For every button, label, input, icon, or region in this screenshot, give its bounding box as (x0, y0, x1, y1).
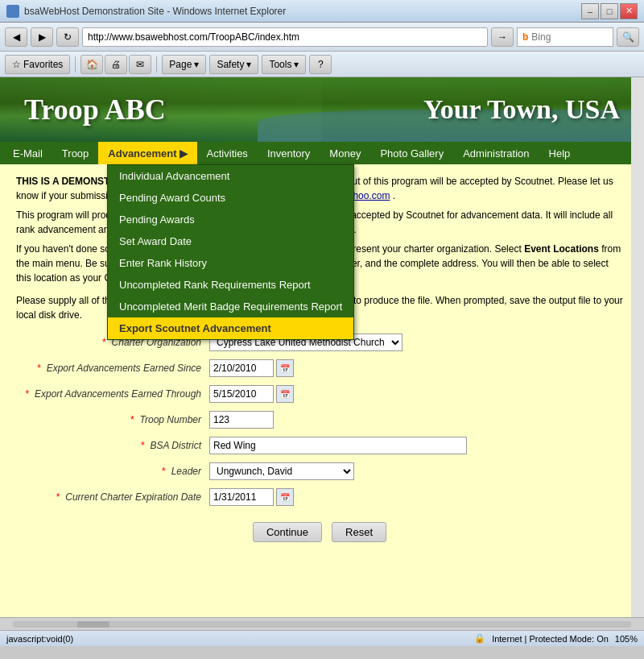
earned-through-label: * Export Advancements Earned Through (16, 388, 209, 400)
required-star-7: * (56, 491, 60, 503)
horizontal-scrollbar[interactable] (0, 617, 644, 630)
back-button[interactable]: ◀ (5, 27, 27, 47)
expiration-date-row: * Current Charter Expiration Date 📅 (16, 488, 623, 506)
dropdown-uncompleted-rank[interactable]: Uncompleted Rank Requirements Report (108, 274, 353, 296)
nav-bar: E-Mail Troop Advancement ▶ Activities In… (0, 142, 644, 164)
address-input[interactable] (82, 27, 488, 47)
nav-administration[interactable]: Administration (453, 142, 539, 164)
banner: Troop ABC Your Town, USA (0, 77, 644, 142)
earned-since-label: * Export Advancements Earned Since (16, 363, 209, 374)
status-right: 🔒 Internet | Protected Mode: On 105% (474, 633, 638, 644)
event-locations-link[interactable]: Event Locations (524, 243, 599, 255)
nav-email[interactable]: E-Mail (3, 142, 52, 164)
expiration-calendar-button[interactable]: 📅 (276, 488, 294, 506)
bsa-district-input[interactable] (209, 437, 467, 454)
required-star-4: * (130, 414, 134, 425)
continue-button[interactable]: Continue (253, 522, 322, 542)
dropdown-uncompleted-merit-badge[interactable]: Uncompleted Merit Badge Requirements Rep… (108, 296, 353, 317)
page-menu-button[interactable]: Page ▾ (162, 55, 206, 74)
dropdown-pending-award-counts[interactable]: Pending Award Counts (108, 187, 353, 209)
dropdown-enter-rank-history[interactable]: Enter Rank History (108, 252, 353, 274)
home-button[interactable]: 🏠 (80, 55, 103, 74)
print-button[interactable]: 🖨 (105, 55, 127, 74)
bing-logo: b (522, 31, 528, 43)
browser-toolbar: ☆ Favorites 🏠 🖨 ✉ Page ▾ Safety ▾ Tools … (0, 52, 644, 77)
troop-number-row: * Troop Number (16, 411, 623, 429)
status-url: javascript:void(0) (6, 634, 73, 644)
leader-select[interactable]: Ungwunch, David (209, 462, 354, 480)
nav-help[interactable]: Help (539, 142, 580, 164)
safety-menu-button[interactable]: Safety ▾ (209, 55, 258, 74)
go-button[interactable]: → (491, 27, 514, 47)
troop-number-label: * Troop Number (16, 414, 209, 425)
address-bar: ◀ ▶ ↻ → b 🔍 (0, 23, 644, 52)
earned-since-calendar-button[interactable]: 📅 (276, 359, 294, 377)
favorites-button[interactable]: ☆ Favorites (5, 55, 70, 74)
dropdown-menu: Individual Advancement Pending Award Cou… (107, 164, 354, 340)
nav-troop[interactable]: Troop (52, 142, 98, 164)
required-star-5: * (140, 440, 144, 451)
dropdown-export-scoutnet[interactable]: Export Scoutnet Advancement (108, 317, 353, 339)
nav-photo-gallery[interactable]: Photo Gallery (370, 142, 453, 164)
toolbar-separator-2 (156, 56, 157, 73)
search-input[interactable] (531, 31, 596, 43)
advancement-dropdown: Individual Advancement Pending Award Cou… (107, 164, 354, 340)
vertical-scrollbar[interactable] (631, 77, 644, 630)
nav-money[interactable]: Money (320, 142, 370, 164)
protected-mode-text: Internet | Protected Mode: On (492, 634, 609, 644)
refresh-button[interactable]: ↻ (56, 27, 79, 47)
toolbar-separator-1 (75, 56, 76, 73)
reset-button[interactable]: Reset (332, 522, 386, 542)
troop-number-input[interactable] (209, 411, 274, 429)
forward-button[interactable]: ▶ (31, 27, 53, 47)
bsa-district-label: * BSA District (16, 440, 209, 451)
window-title: bsaWebHost Demonstration Site - Windows … (24, 6, 286, 17)
h-scrollbar-thumb[interactable] (77, 621, 109, 628)
nav-activities[interactable]: Activities (197, 142, 258, 164)
search-button[interactable]: 🔍 (617, 27, 639, 47)
nav-inventory[interactable]: Inventory (258, 142, 320, 164)
earned-since-input[interactable] (209, 359, 274, 377)
status-bar: javascript:void(0) 🔒 Internet | Protecte… (0, 630, 644, 646)
expiration-date-input[interactable] (209, 488, 274, 506)
zoom-level: 105% (615, 634, 638, 644)
protected-mode-icon: 🔒 (474, 633, 485, 644)
banner-town-title: Your Town, USA (423, 94, 620, 125)
notice-suffix: . (393, 190, 395, 201)
mail-button[interactable]: ✉ (129, 55, 151, 74)
dropdown-pending-awards[interactable]: Pending Awards (108, 209, 353, 230)
tools-menu-button[interactable]: Tools ▾ (262, 55, 306, 74)
bsa-district-row: * BSA District (16, 437, 623, 454)
dropdown-set-award-date[interactable]: Set Award Date (108, 230, 353, 252)
earned-through-row: * Export Advancements Earned Through 📅 (16, 385, 623, 403)
dropdown-individual-advancement[interactable]: Individual Advancement (108, 165, 353, 187)
nav-advancement[interactable]: Advancement ▶ (98, 142, 196, 164)
title-bar: bsaWebHost Demonstration Site - Windows … (0, 0, 644, 23)
search-box: b (517, 27, 613, 47)
help-button[interactable]: ? (309, 55, 332, 74)
form-buttons: Continue Reset (16, 522, 623, 542)
banner-troop-title: Troop ABC (24, 93, 166, 126)
h-scrollbar-track (13, 621, 631, 628)
close-button[interactable]: ✕ (620, 3, 638, 19)
minimize-button[interactable]: – (581, 3, 599, 19)
earned-through-calendar-button[interactable]: 📅 (276, 385, 294, 403)
window-controls: – □ ✕ (581, 3, 638, 19)
browser-icon (6, 5, 19, 18)
earned-through-input[interactable] (209, 385, 274, 403)
required-star-2: * (37, 363, 41, 374)
form-section: * Charter Organization Cypress Lake Unit… (16, 334, 623, 542)
earned-since-row: * Export Advancements Earned Since 📅 (16, 359, 623, 377)
expiration-date-label: * Current Charter Expiration Date (16, 491, 209, 503)
required-star-3: * (25, 388, 29, 400)
maximize-button[interactable]: □ (601, 3, 618, 19)
required-star-1: * (102, 337, 106, 348)
leader-label: * Leader (16, 466, 209, 477)
leader-row: * Leader Ungwunch, David (16, 462, 623, 480)
required-star-6: * (162, 466, 166, 477)
